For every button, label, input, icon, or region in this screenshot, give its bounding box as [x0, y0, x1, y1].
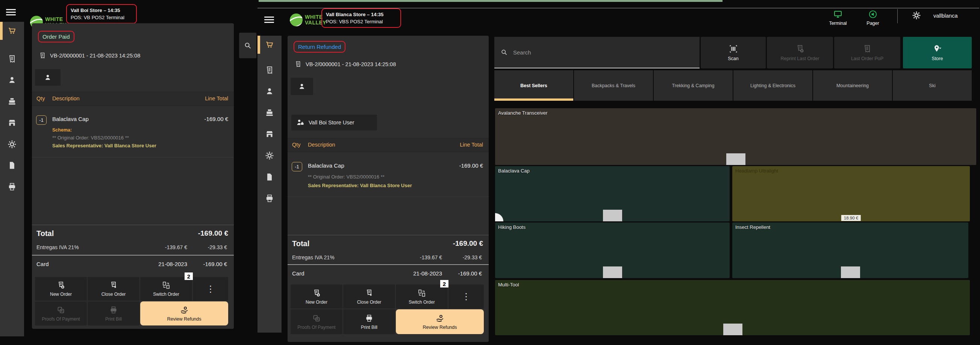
- tab-lighting-electronics[interactable]: Lighting & Electronics: [733, 70, 812, 101]
- shop-icon: [265, 129, 274, 139]
- receipt-x-icon: [109, 281, 118, 290]
- product-tile-insect-repellent[interactable]: Insect Repellent: [732, 223, 968, 278]
- menu-icon[interactable]: [6, 9, 16, 16]
- product-image-placeholder: [603, 210, 622, 221]
- sidebar-item-register[interactable]: [258, 104, 282, 122]
- customer-button[interactable]: [35, 69, 60, 86]
- line-product-name: Balaclava Cap: [52, 116, 89, 122]
- total-label: Total: [37, 229, 54, 238]
- sidebar-item-settings[interactable]: [0, 135, 24, 153]
- gear-icon: [265, 151, 274, 161]
- sidebar-item-receipts[interactable]: [0, 50, 24, 68]
- printer-icon: [364, 314, 374, 323]
- product-tile-headlamp-ultralight[interactable]: Headlamp Ultralight 18.90 €: [732, 166, 970, 221]
- customer-avatar-button[interactable]: [291, 78, 313, 95]
- gear-icon: [7, 140, 17, 149]
- orderlines-header: Qty Description Line Total: [32, 92, 234, 106]
- review-refunds-button[interactable]: Review Refunds: [140, 301, 228, 326]
- new-order-button[interactable]: New Order: [35, 277, 87, 300]
- store-name: Vall Blanca Store – 14:35: [326, 11, 396, 18]
- white-valley-logo: WHITEVALLEY: [290, 14, 326, 26]
- col-qty: Qty: [37, 95, 45, 102]
- sidebar-item-register[interactable]: [0, 92, 24, 110]
- sidebar-item-customers[interactable]: [0, 71, 24, 89]
- kebab-icon: ⋮: [461, 291, 471, 302]
- line-original-order: ** Original Order: VBS2/0000016 **: [308, 174, 385, 180]
- tab-best-sellers[interactable]: Best Sellers: [494, 70, 573, 101]
- sidebar-item-documents[interactable]: [258, 168, 282, 186]
- sidebar-item-settings[interactable]: [258, 146, 282, 165]
- close-order-button[interactable]: Close Order: [88, 277, 140, 300]
- settings-button[interactable]: [912, 11, 921, 22]
- payment-method: Card: [37, 261, 49, 267]
- customer-button[interactable]: Vall Boi Store User: [291, 114, 377, 130]
- sidebar-item-receipts[interactable]: [258, 61, 282, 79]
- annotation-box-store: Vall Boí Store – 14:35 POS: VB POS2 Term…: [66, 4, 137, 24]
- scan-button[interactable]: Scan: [701, 37, 766, 68]
- switch-order-button[interactable]: Switch Order 2: [140, 277, 192, 300]
- person-register-icon: [296, 118, 305, 127]
- sidebar-item-orders-cart[interactable]: [0, 22, 24, 40]
- search-icon: [243, 41, 252, 49]
- line-sales-rep: Sales Representative: Vall Blanca Store …: [52, 143, 156, 148]
- product-tile-multi-tool[interactable]: Multi-Tool: [495, 280, 970, 335]
- proofs-of-payment-button[interactable]: Proofs Of Payment: [35, 301, 87, 326]
- sidebar-item-customers[interactable]: [258, 82, 282, 100]
- close-order-button[interactable]: Close Order: [343, 285, 395, 308]
- reprint-last-order-button[interactable]: Reprint Last Order: [767, 37, 833, 68]
- product-tile-avalanche-transceiver[interactable]: Avalanche Transceiver: [495, 108, 976, 165]
- pos-terminal-name: POS: VB POS2 Terminal: [71, 14, 132, 21]
- tax-base: -139.67 €: [420, 254, 442, 261]
- tab-backpacks-travels[interactable]: Backpacks & Travels: [574, 70, 653, 101]
- product-tile-hiking-boots[interactable]: Hiking Boots: [495, 223, 730, 278]
- switch-order-button[interactable]: Switch Order 2: [396, 285, 448, 308]
- store-selector-button[interactable]: Store: [903, 37, 972, 68]
- more-actions-button[interactable]: ⋮: [193, 277, 228, 300]
- refund-icon: [180, 305, 189, 315]
- product-tile-balaclava-cap[interactable]: Balaclava Cap: [495, 166, 730, 221]
- tab-mountaineering[interactable]: Mountaineering: [813, 70, 892, 101]
- sidebar-item-shop[interactable]: [258, 125, 282, 143]
- total-label: Total: [292, 239, 309, 248]
- order-reference: VB-2/0000001 - 21-08-2023 14:25:08: [50, 52, 140, 59]
- more-actions-button[interactable]: ⋮: [449, 285, 484, 308]
- user-menu[interactable]: vallblanca: [933, 13, 958, 19]
- sidebar-item-orders-cart[interactable]: [258, 36, 282, 54]
- pager-button[interactable]: Pager: [862, 10, 884, 26]
- print-bill-button[interactable]: Print Bill: [343, 309, 395, 334]
- proofs-of-payment-button[interactable]: Proofs Of Payment: [291, 309, 342, 334]
- tab-ski[interactable]: Ski: [893, 70, 972, 101]
- receipt-icon: [265, 65, 274, 75]
- new-order-button[interactable]: New Order: [291, 285, 342, 308]
- header-divider: [897, 9, 898, 23]
- tax-label: Entregas IVA 21%: [292, 254, 334, 261]
- sidebar-item-printer[interactable]: [0, 178, 24, 196]
- payment-amount: -169.00 €: [204, 261, 227, 267]
- order-ref-row: VB-2/0000001 - 21-08-2023 14:25:08: [39, 52, 140, 59]
- sidebar-item-printer[interactable]: [258, 189, 282, 207]
- terminal-button[interactable]: Terminal: [826, 10, 850, 26]
- order-status: Order Paid: [43, 33, 70, 40]
- logo-globe-icon: [290, 14, 302, 26]
- proofs-of-payment-icon: [312, 314, 321, 323]
- review-refunds-button[interactable]: Review Refunds: [396, 309, 484, 334]
- product-search[interactable]: [494, 37, 700, 68]
- last-order-pop-button[interactable]: Last Order PoP: [834, 37, 900, 68]
- sidebar-item-documents[interactable]: [0, 156, 24, 174]
- products-search-button[interactable]: [239, 33, 256, 58]
- sidebar-item-shop[interactable]: [0, 114, 24, 132]
- line-sales-rep: Sales Representative: Vall Blanca Store …: [308, 183, 412, 188]
- person-icon: [7, 75, 17, 85]
- product-image-placeholder: [603, 267, 622, 278]
- receipt-plus-icon: [56, 281, 65, 290]
- annotation-box-status: Order Paid: [38, 31, 75, 43]
- pager-speaker-icon: [868, 10, 878, 19]
- menu-icon[interactable]: [264, 16, 274, 23]
- cart-icon: [7, 26, 17, 36]
- cash-register-icon: [7, 97, 17, 107]
- search-input[interactable]: [512, 49, 694, 56]
- person-icon: [298, 82, 306, 91]
- print-bill-button[interactable]: Print Bill: [88, 301, 140, 326]
- tab-trekking-camping[interactable]: Trekking & Camping: [654, 70, 733, 101]
- order-ref-row: VB-2/0000001 - 21-08-2023 14:25:08: [294, 60, 396, 68]
